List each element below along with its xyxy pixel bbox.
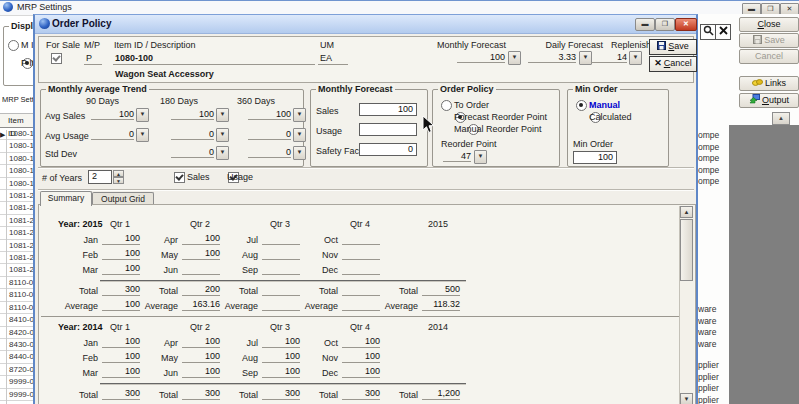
item-row[interactable]: 1081-2	[0, 240, 33, 252]
dialog-save-button[interactable]: Save	[649, 39, 697, 55]
item-row[interactable]: 8420-0	[0, 327, 33, 339]
total-value: 300	[102, 388, 140, 400]
month-label: Jul	[220, 338, 262, 348]
avg-sales-180-field[interactable]: 100	[171, 109, 214, 120]
radio-manual[interactable]	[576, 100, 587, 111]
um-underline	[318, 64, 348, 65]
average-value	[262, 299, 300, 311]
std-dev-360-field[interactable]: 0	[248, 147, 291, 158]
qtr-header: Qtr 1	[60, 322, 140, 332]
dialog-maximize-icon[interactable]: ❐	[655, 18, 675, 31]
item-row[interactable]: 1081-2	[0, 215, 33, 227]
month-value: 100	[182, 351, 220, 363]
min-order-input[interactable]: 100	[573, 151, 617, 164]
totals-divider	[100, 280, 466, 281]
item-row[interactable]: 1081-2	[0, 252, 33, 264]
monthly-forecast-dropdown chevron-down-icon[interactable]: ▼	[508, 51, 521, 65]
daily-forecast-field[interactable]: 3.33	[528, 52, 576, 63]
item-row[interactable]: 8110-0	[0, 289, 33, 301]
radio-m-item[interactable]	[8, 40, 19, 51]
month-value: 100	[342, 366, 380, 378]
save-button-disabled[interactable]: Save	[739, 33, 799, 48]
average-label: Average	[220, 301, 262, 311]
avg-usage-360-dropdown chevron-down-icon[interactable]: ▼	[293, 128, 306, 142]
month-value: 100	[182, 336, 220, 348]
avg-usage-180-field[interactable]: 0	[171, 129, 214, 140]
zoom-tool-button[interactable]	[700, 24, 716, 40]
item-row[interactable]: 8110-0	[0, 302, 33, 314]
reorder-point-dropdown chevron-down-icon[interactable]: ▼	[474, 150, 487, 164]
total-label: Total	[300, 286, 342, 296]
item-row[interactable]: 1080-1	[0, 140, 33, 152]
item-id-value[interactable]: 1080-100	[115, 53, 153, 63]
item-row[interactable]: 1081-2	[0, 264, 33, 276]
item-row[interactable]: 1080-1	[0, 153, 33, 165]
item-row[interactable]: 9999-0	[0, 376, 33, 388]
month-value: 100	[102, 351, 140, 363]
scroll-thumb[interactable]	[680, 219, 693, 281]
radio-to-order[interactable]	[441, 100, 452, 111]
month-label: Apr	[140, 235, 182, 245]
reorder-point-field[interactable]: 47	[443, 151, 471, 162]
item-row[interactable]: 8720-0	[0, 364, 33, 376]
item-row[interactable]: 9999-0	[0, 389, 33, 401]
std-dev-180-field[interactable]: 0	[171, 147, 214, 158]
avg-sales-90-dropdown chevron-down-icon[interactable]: ▼	[136, 108, 149, 122]
avg-sales-90-field[interactable]: 100	[91, 109, 134, 120]
clipped-cell: ompe	[698, 130, 727, 142]
radio-manual-label: Manual	[589, 100, 620, 110]
dialog-cancel-button[interactable]: ✕Cancel	[649, 56, 697, 72]
dialog-minimize-icon[interactable]: ▬	[635, 18, 655, 31]
avg-sales-180-dropdown chevron-down-icon[interactable]: ▼	[216, 108, 229, 122]
item-row[interactable]: 8410-0	[0, 314, 33, 326]
item-row[interactable]: 8110-0	[0, 277, 33, 289]
sales-label: Sales	[316, 106, 339, 116]
average-cell: Average	[220, 298, 300, 311]
scroll-down-button chevron-down-icon[interactable]: ▼	[680, 393, 693, 404]
item-row[interactable]: 1081-2	[0, 202, 33, 214]
std-dev-360-dropdown chevron-down-icon[interactable]: ▼	[293, 146, 306, 160]
item-row[interactable]: 1080-1	[0, 165, 33, 177]
item-row[interactable]: 8440-0	[0, 351, 33, 363]
years-spin-up chevron-up-icon[interactable]: ▲	[113, 170, 124, 177]
monthly-forecast-field[interactable]: 100	[457, 52, 505, 63]
mp-underline	[84, 64, 102, 65]
tab-summary[interactable]: Summary	[40, 191, 92, 206]
years-spin-down chevron-down-icon[interactable]: ▼	[113, 177, 124, 184]
dialog-titlebar[interactable]: Order Policy ▬ ❐ ✕	[35, 15, 696, 34]
item-row[interactable]: 1081-2	[0, 227, 33, 239]
scroll-up-button chevron-up-icon[interactable]: ▲	[680, 206, 693, 218]
dialog-close-icon[interactable]: ✕	[675, 18, 697, 31]
std-dev-180-dropdown chevron-down-icon[interactable]: ▼	[216, 146, 229, 160]
avg-sales-360-dropdown chevron-down-icon[interactable]: ▼	[293, 108, 306, 122]
output-button[interactable]: Output	[739, 93, 799, 108]
avg-usage-90-field[interactable]: 0	[91, 129, 134, 140]
replenish-time-dropdown chevron-down-icon[interactable]: ▼	[629, 51, 642, 65]
clear-tool-button[interactable]	[715, 24, 731, 40]
clipped-cell: pplier	[698, 360, 727, 372]
sales-checkbox[interactable]	[174, 172, 185, 183]
month-cell: Jun100	[140, 365, 220, 378]
sales-input[interactable]: 100	[359, 103, 417, 116]
usage-input[interactable]	[359, 123, 417, 136]
item-row[interactable]: 1080-1	[0, 178, 33, 190]
avg-usage-180-dropdown chevron-down-icon[interactable]: ▼	[216, 128, 229, 142]
item-row[interactable]: 8430-0	[0, 339, 33, 351]
close-button[interactable]: Close	[739, 17, 799, 32]
cancel-button-disabled[interactable]: Cancel	[739, 49, 799, 64]
background-grid-scroll-up[interactable]: ▲	[772, 112, 790, 125]
years-input[interactable]: 2	[88, 170, 112, 184]
avg-usage-90-dropdown chevron-down-icon[interactable]: ▼	[136, 128, 149, 142]
item-row[interactable]: 1081-2	[0, 190, 33, 202]
month-cell: Apr100	[140, 232, 220, 245]
replenish-time-field[interactable]: 14	[591, 52, 627, 63]
links-button[interactable]: Links	[739, 76, 799, 91]
summary-scrollbar[interactable]: ▲ ▼	[679, 206, 694, 404]
avg-sales-360-field[interactable]: 100	[248, 109, 291, 120]
avg-usage-360-field[interactable]: 0	[248, 129, 291, 140]
sales-checkbox-label: Sales	[187, 172, 210, 182]
safety-factor-input[interactable]: 0	[359, 143, 417, 156]
month-label: Jan	[60, 338, 102, 348]
for-sale-checkbox[interactable]	[51, 53, 62, 64]
mouse-cursor	[422, 115, 435, 134]
